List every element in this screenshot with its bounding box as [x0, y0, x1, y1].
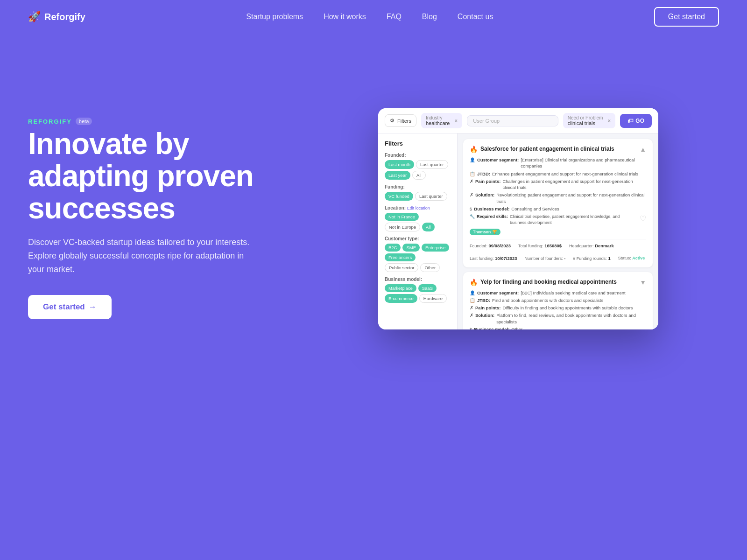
chip-hardware[interactable]: Hardware	[419, 294, 447, 303]
nav-startup-problems[interactable]: Startup problems	[246, 13, 303, 21]
industry-filter-value: healthcare	[426, 120, 450, 126]
c2-biz-icon: $	[470, 326, 472, 329]
nav-how-it-works[interactable]: How it works	[324, 13, 366, 21]
hero-subtitle: Discover VC-backed startup ideas tailore…	[28, 236, 252, 276]
chip-last-month[interactable]: Last month	[385, 160, 414, 169]
filters-button[interactable]: ⚙ Filters	[385, 114, 416, 127]
meta-status: Status: Active	[618, 256, 645, 261]
customer-icon: 👤	[470, 157, 475, 163]
hero-cta-arrow: →	[89, 302, 97, 312]
chip-b2c[interactable]: B2C	[385, 244, 401, 252]
meta-total-funding: Total funding: 165080$	[518, 243, 562, 248]
c2-jtbd-icon: 📋	[470, 297, 475, 303]
hero-title: Innovate by adapting proven successes	[28, 128, 289, 224]
chip-last-quarter-funding[interactable]: Last quarter	[415, 192, 447, 201]
card-1-solution: ✗ Solution: Revolutionizing patient enga…	[470, 192, 646, 204]
logo[interactable]: 🚀 Reforgify	[28, 11, 85, 23]
edit-location[interactable]: Edit location	[407, 206, 430, 210]
c2-pain-icon: ✗	[470, 305, 473, 311]
card-1-heart[interactable]: ♡	[640, 214, 646, 224]
chip-not-france[interactable]: Not in France	[385, 213, 419, 221]
card-2-header: 🔥 Yelp for finding and booking medical a…	[470, 279, 646, 286]
chip-vc-funded[interactable]: VC funded	[385, 192, 413, 201]
funding-label: Funding:	[385, 184, 451, 189]
pain-icon: ✗	[470, 178, 473, 184]
hero-get-started-button[interactable]: Get started →	[28, 295, 112, 319]
result-card-1: 🔥 Salesforce for patient engagement in c…	[463, 139, 653, 267]
chip-saas[interactable]: SaaS	[418, 284, 437, 292]
chip-freelancers[interactable]: Freelancers	[385, 253, 416, 261]
chip-ecommerce[interactable]: E-commerce	[385, 294, 417, 303]
card-1-badges: Thomson 🏆	[470, 229, 500, 235]
card-2-customer: 👤 Customer segment: [B2C] Individuals se…	[470, 290, 646, 296]
app-sidebar: Filters Founded: Last month Last quarter…	[378, 133, 458, 329]
chip-all-location[interactable]: All	[422, 223, 435, 231]
card-1-header: 🔥 Salesforce for patient engagement in c…	[470, 146, 646, 153]
chip-other-customer[interactable]: Other	[420, 263, 440, 272]
card-1-footer: Thomson 🏆	[470, 229, 646, 235]
funding-chips: VC funded Last quarter	[385, 192, 451, 201]
card-1-meta: Founded: 09/08/2023 Total funding: 16508…	[470, 243, 646, 261]
chip-enterprise[interactable]: Enterprise	[422, 244, 449, 252]
card-1-icon: 🔥	[470, 146, 478, 153]
app-results: 🔥 Salesforce for patient engagement in c…	[458, 133, 658, 329]
location-label: Location: Edit location	[385, 205, 451, 210]
navbar: 🚀 Reforgify Startup problems How it work…	[0, 0, 747, 34]
filter-label: Filters	[397, 118, 411, 124]
hero-right: ⚙ Filters Industry healthcare × User Gro…	[317, 108, 719, 329]
card-2-expand[interactable]: ▼	[640, 279, 646, 286]
business-model-chips: Marketplace SaaS E-commerce Hardware	[385, 284, 451, 303]
need-filter-value: clinical trials	[568, 120, 595, 126]
hero-left: REFORGIFY beta Innovate by adapting prov…	[28, 108, 289, 319]
industry-filter-close[interactable]: ×	[454, 118, 458, 124]
need-filter-chip[interactable]: Need or Problem clinical trials ×	[563, 113, 616, 128]
card-2-title-row: 🔥 Yelp for finding and booking medical a…	[470, 279, 636, 286]
meta-founded: Founded: 09/08/2023	[470, 243, 511, 248]
meta-founders: Number of founders: -	[525, 256, 566, 261]
sidebar-title: Filters	[385, 140, 451, 147]
customer-type-label: Customer type:	[385, 236, 451, 241]
need-filter-close[interactable]: ×	[607, 118, 611, 124]
hero-section: REFORGIFY beta Innovate by adapting prov…	[0, 34, 747, 367]
nav-contact-us[interactable]: Contact us	[458, 13, 493, 21]
app-body: Filters Founded: Last month Last quarter…	[378, 133, 658, 329]
industry-filter-chip[interactable]: Industry healthcare ×	[421, 113, 462, 128]
nav-get-started-button[interactable]: Get started	[654, 7, 719, 27]
card-1-badge: Thomson 🏆	[470, 229, 500, 235]
nav-blog[interactable]: Blog	[422, 13, 437, 21]
need-filter-label: Need or Problem	[568, 115, 603, 120]
nav-faq[interactable]: FAQ	[387, 13, 402, 21]
nav-links: Startup problems How it works FAQ Blog C…	[246, 13, 493, 21]
c2-customer-icon: 👤	[470, 290, 475, 296]
go-label: GO	[635, 118, 644, 124]
industry-filter-label: Industry	[426, 115, 450, 120]
card-1-divider	[470, 239, 646, 239]
result-card-2: 🔥 Yelp for finding and booking medical a…	[463, 272, 653, 329]
meta-funding-rounds: # Funding rounds: 1	[573, 256, 610, 261]
filter-bar: ⚙ Filters Industry healthcare × User Gro…	[378, 108, 658, 133]
go-icon: 🏷	[627, 118, 633, 124]
card-1-expand[interactable]: ▲	[640, 146, 646, 153]
chip-public-sector[interactable]: Public sector	[385, 263, 418, 272]
solution-icon: ✗	[470, 192, 473, 198]
location-chips: Not in France Not in Europe All	[385, 213, 451, 231]
card-1-skills: 🔧 Required skills: Clinical trial expert…	[470, 214, 646, 225]
chip-all-founded[interactable]: All	[412, 171, 426, 180]
chip-last-quarter-founded[interactable]: Last quarter	[416, 160, 448, 169]
hero-brand-text: REFORGIFY	[28, 118, 72, 125]
chip-not-europe[interactable]: Not in Europe	[385, 223, 420, 231]
hero-cta-text: Get started	[43, 302, 85, 312]
c2-solution-icon: ✗	[470, 312, 473, 318]
founded-chips: Last month Last quarter Last year All	[385, 160, 451, 180]
card-2-jtbd: 📋 JTBD: Find and book appointments with …	[470, 297, 646, 303]
card-1-title-row: 🔥 Salesforce for patient engagement in c…	[470, 146, 636, 153]
logo-text: Reforgify	[44, 12, 85, 22]
chip-last-year[interactable]: Last year	[385, 171, 410, 180]
card-2-pain: ✗ Pain points: Difficulty in finding and…	[470, 305, 646, 311]
user-group-chip[interactable]: User Group	[467, 115, 558, 126]
chip-sme[interactable]: SME	[402, 244, 420, 252]
chip-marketplace[interactable]: Marketplace	[385, 284, 416, 292]
beta-badge: beta	[76, 118, 92, 125]
card-1-biz: $ Business model: Consulting and Service…	[470, 206, 646, 212]
go-button[interactable]: 🏷 GO	[620, 114, 652, 128]
